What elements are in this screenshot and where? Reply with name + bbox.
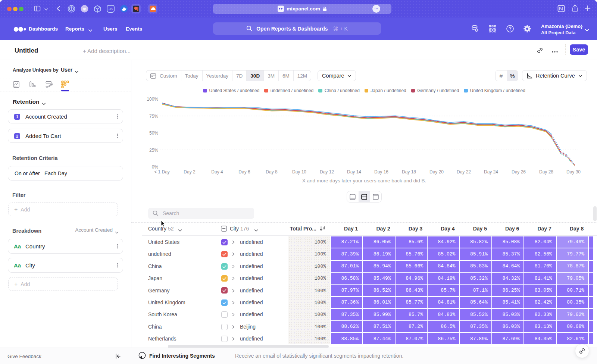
svg-text:m: m — [83, 7, 87, 11]
svg-text:JS: JS — [109, 7, 113, 11]
